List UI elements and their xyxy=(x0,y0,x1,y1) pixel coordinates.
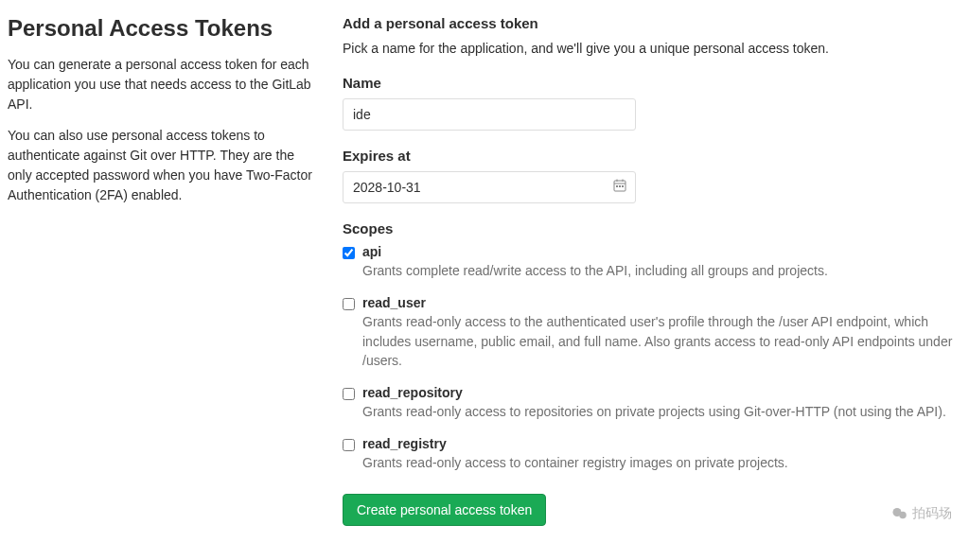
expires-label: Expires at xyxy=(343,148,961,164)
scope-name: read_registry xyxy=(362,436,961,451)
scope-description: Grants read-only access to repositories … xyxy=(362,402,961,421)
section-intro: Pick a name for the application, and we'… xyxy=(343,41,961,56)
wechat-icon xyxy=(891,505,908,522)
scopes-label: Scopes xyxy=(343,220,961,236)
section-title: Add a personal access token xyxy=(343,15,961,31)
name-input[interactable] xyxy=(343,98,636,131)
scope-name: read_user xyxy=(362,295,961,310)
scope-checkbox-read_repository[interactable] xyxy=(343,388,355,400)
scope-name: api xyxy=(362,244,961,259)
watermark-text: 拍码场 xyxy=(912,505,952,522)
scope-item-api: apiGrants complete read/write access to … xyxy=(343,244,961,280)
page-description-2: You can also use personal access tokens … xyxy=(8,126,320,205)
expires-input[interactable] xyxy=(343,171,636,203)
scope-checkbox-api[interactable] xyxy=(343,247,355,259)
page-description-1: You can generate a personal access token… xyxy=(8,55,320,114)
scope-checkbox-read_user[interactable] xyxy=(343,298,355,310)
name-label: Name xyxy=(343,75,961,91)
scope-item-read_registry: read_registryGrants read-only access to … xyxy=(343,436,961,472)
watermark: 拍码场 xyxy=(891,505,952,522)
svg-point-8 xyxy=(899,512,907,519)
scope-name: read_repository xyxy=(362,385,961,400)
scope-item-read_user: read_userGrants read-only access to the … xyxy=(343,295,961,370)
scope-item-read_repository: read_repositoryGrants read-only access t… xyxy=(343,385,961,421)
scope-checkbox-read_registry[interactable] xyxy=(343,439,355,451)
page-title: Personal Access Tokens xyxy=(8,15,320,42)
scope-description: Grants read-only access to the authentic… xyxy=(362,312,961,370)
create-token-button[interactable]: Create personal access token xyxy=(343,494,546,526)
scope-description: Grants read-only access to container reg… xyxy=(362,453,961,472)
scope-description: Grants complete read/write access to the… xyxy=(362,261,961,280)
